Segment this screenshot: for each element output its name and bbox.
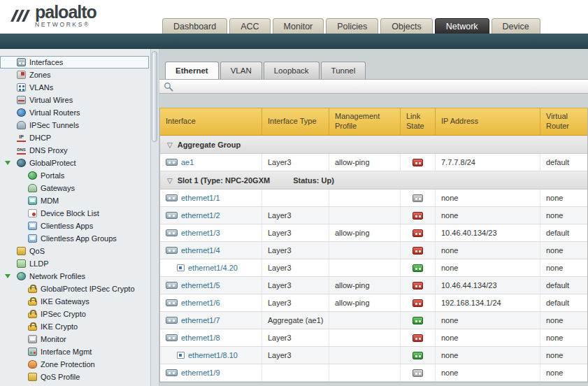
sidebar-scrollbar-thumb[interactable] bbox=[152, 51, 157, 142]
sidebar-scrollbar[interactable] bbox=[151, 49, 159, 386]
link-state-up-icon[interactable] bbox=[413, 317, 423, 324]
sidebar-item-dns-proxy[interactable]: DNS Proxy bbox=[0, 144, 150, 157]
sidebar-item-ike-crypto[interactable]: IKE Crypto bbox=[0, 320, 150, 333]
ip-address-cell: 192.168.134.1/24 bbox=[436, 294, 540, 311]
sidebar-item-virtual-wires[interactable]: Virtual Wires bbox=[0, 94, 150, 106]
sidebar-item-vlans[interactable]: VLANs bbox=[0, 81, 150, 94]
tab-monitor[interactable]: Monitor bbox=[273, 18, 324, 34]
interface-link[interactable]: ethernet1/8 bbox=[181, 334, 220, 342]
paloalto-logo-icon bbox=[7, 4, 31, 28]
link-state-down-icon[interactable] bbox=[413, 334, 423, 342]
table-row-ethernet1-3[interactable]: ethernet1/3 Layer3 allow-ping 10.46.40.1… bbox=[160, 224, 587, 242]
table-row-ethernet1-7[interactable]: ethernet1/7 Aggregate (ae1) none none bbox=[160, 312, 587, 329]
link-state-unknown-icon[interactable] bbox=[413, 369, 423, 377]
group-row-aggregate[interactable]: Aggregate Group bbox=[160, 136, 587, 154]
globalprotect-icon bbox=[17, 159, 26, 167]
table-row-ethernet1-6[interactable]: ethernet1/6 Layer3 allow-ping 192.168.13… bbox=[160, 294, 587, 312]
sidebar-item-label: DNS Proxy bbox=[29, 146, 67, 155]
link-state-cell bbox=[401, 347, 436, 364]
magnifier-icon[interactable] bbox=[164, 82, 173, 92]
sidebar-item-zone-protection[interactable]: Zone Protection bbox=[0, 358, 150, 371]
table-row-ethernet1-9[interactable]: ethernet1/9 none none bbox=[160, 364, 587, 382]
column-header-management-profile[interactable]: Management Profile bbox=[329, 108, 401, 135]
sidebar-item-gateways[interactable]: Gateways bbox=[0, 182, 150, 194]
link-state-down-icon[interactable] bbox=[413, 159, 423, 166]
interface-type-cell: Layer3 bbox=[262, 242, 329, 259]
column-header-virtual-router[interactable]: Virtual Router bbox=[540, 108, 587, 135]
link-state-down-icon[interactable] bbox=[413, 299, 423, 307]
interface-link[interactable]: ethernet1/4.20 bbox=[188, 264, 238, 272]
collapse-triangle-icon[interactable] bbox=[167, 141, 173, 149]
main-content: Ethernet VLAN Loopback Tunnel Interface … bbox=[159, 49, 588, 386]
tab-dashboard[interactable]: Dashboard bbox=[162, 18, 227, 34]
table-row-ethernet1-8-10[interactable]: ethernet1/8.10 Layer3 none none bbox=[160, 347, 587, 364]
group-label: Slot 1 (Type: NPC-20GXM bbox=[178, 176, 270, 185]
sidebar-item-globalprotect-ipsec-crypto[interactable]: GlobalProtect IPSec Crypto bbox=[0, 283, 150, 295]
link-state-down-icon[interactable] bbox=[413, 247, 423, 255]
link-state-up-icon[interactable] bbox=[413, 352, 423, 359]
interface-link[interactable]: ethernet1/7 bbox=[181, 316, 220, 324]
link-state-up-icon[interactable] bbox=[413, 264, 423, 272]
tab-network[interactable]: Network bbox=[435, 18, 489, 34]
tab-device[interactable]: Device bbox=[492, 18, 540, 34]
interface-link[interactable]: ethernet1/9 bbox=[181, 369, 220, 377]
subtab-loopback[interactable]: Loopback bbox=[264, 62, 320, 79]
sidebar-item-portals[interactable]: Portals bbox=[0, 169, 150, 182]
column-header-interface[interactable]: Interface bbox=[160, 108, 262, 135]
interface-link[interactable]: ethernet1/3 bbox=[181, 229, 220, 237]
sidebar-item-lldp[interactable]: LLDP bbox=[0, 257, 150, 270]
subtab-tunnel[interactable]: Tunnel bbox=[321, 62, 366, 79]
table-row-ethernet1-4-20[interactable]: ethernet1/4.20 Layer3 none none bbox=[160, 259, 587, 277]
table-row-ethernet1-5[interactable]: ethernet1/5 Layer3 allow-ping 10.46.44.1… bbox=[160, 277, 587, 294]
table-row-ethernet1-8[interactable]: ethernet1/8 Layer3 none none bbox=[160, 329, 587, 347]
column-header-interface-type[interactable]: Interface Type bbox=[262, 108, 329, 135]
group-row-slot1[interactable]: Slot 1 (Type: NPC-20GXM Status: Up) bbox=[160, 171, 587, 190]
collapse-toggle-icon[interactable] bbox=[5, 161, 10, 165]
sidebar-item-qos[interactable]: QoS bbox=[0, 245, 150, 257]
sidebar-item-qos-profile[interactable]: QoS Profile bbox=[0, 371, 150, 383]
link-state-down-icon[interactable] bbox=[413, 282, 423, 290]
column-header-link-state[interactable]: Link State bbox=[401, 108, 436, 135]
interface-link[interactable]: ethernet1/8.10 bbox=[188, 351, 238, 359]
subtab-vlan[interactable]: VLAN bbox=[220, 62, 262, 79]
sidebar-item-clientless-app-groups[interactable]: Clientless App Groups bbox=[0, 232, 150, 245]
interface-link[interactable]: ethernet1/1 bbox=[181, 194, 220, 202]
subtab-ethernet[interactable]: Ethernet bbox=[165, 62, 219, 79]
sidebar-item-globalprotect[interactable]: GlobalProtect bbox=[0, 157, 150, 169]
interface-link[interactable]: ethernet1/2 bbox=[181, 211, 220, 220]
sidebar-item-ipsec-crypto[interactable]: IPSec Crypto bbox=[0, 308, 150, 320]
mgmt-profile-cell bbox=[329, 329, 401, 346]
table-row-ethernet1-4[interactable]: ethernet1/4 Layer3 none none bbox=[160, 242, 587, 259]
link-state-down-icon[interactable] bbox=[413, 229, 423, 237]
table-row-ae1[interactable]: ae1 Layer3 allow-ping 7.7.7.8/24 default bbox=[160, 154, 587, 171]
sidebar-item-ipsec-tunnels[interactable]: IPSec Tunnels bbox=[0, 119, 150, 131]
sidebar-item-monitor-profile[interactable]: Monitor bbox=[0, 333, 150, 345]
tab-policies[interactable]: Policies bbox=[326, 18, 378, 34]
table-row-ethernet1-1[interactable]: ethernet1/1 none none bbox=[160, 190, 587, 207]
interface-link[interactable]: ae1 bbox=[181, 158, 194, 166]
sidebar-item-ike-gateways[interactable]: IKE Gateways bbox=[0, 295, 150, 308]
link-state-down-icon[interactable] bbox=[413, 212, 423, 220]
sidebar-item-virtual-routers[interactable]: Virtual Routers bbox=[0, 106, 150, 119]
brand-name: paloalto bbox=[35, 3, 96, 20]
table-row-ethernet1-2[interactable]: ethernet1/2 Layer3 none none bbox=[160, 207, 587, 224]
sidebar-item-device-block-list[interactable]: Device Block List bbox=[0, 207, 150, 220]
interface-link[interactable]: ethernet1/5 bbox=[181, 281, 220, 290]
link-state-unknown-icon[interactable] bbox=[413, 194, 423, 202]
collapse-triangle-icon[interactable] bbox=[167, 176, 173, 185]
sidebar-item-label: Monitor bbox=[41, 335, 66, 343]
sidebar-item-dhcp[interactable]: DHCP bbox=[0, 131, 150, 144]
tab-objects[interactable]: Objects bbox=[380, 18, 432, 34]
interface-link[interactable]: ethernet1/4 bbox=[181, 246, 220, 255]
link-state-cell bbox=[401, 259, 436, 276]
sidebar-item-interfaces[interactable]: Interfaces bbox=[0, 56, 149, 69]
sidebar-item-zones[interactable]: Zones bbox=[0, 69, 150, 81]
sidebar-item-network-profiles[interactable]: Network Profiles bbox=[0, 270, 150, 283]
column-header-ip-address[interactable]: IP Address bbox=[436, 108, 540, 135]
sidebar-item-interface-mgmt[interactable]: Interface Mgmt bbox=[0, 345, 150, 358]
sidebar-item-mdm[interactable]: MDM bbox=[0, 194, 150, 207]
interface-link[interactable]: ethernet1/6 bbox=[181, 299, 220, 307]
tab-acc[interactable]: ACC bbox=[229, 18, 270, 34]
sidebar-item-clientless-apps[interactable]: Clientless Apps bbox=[0, 220, 150, 232]
collapse-toggle-icon[interactable] bbox=[5, 274, 10, 278]
